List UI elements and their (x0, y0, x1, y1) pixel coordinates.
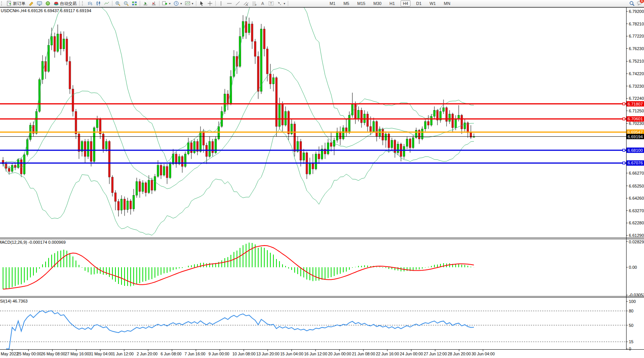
indicators-button[interactable]: ▾ (161, 0, 172, 7)
svg-text:-0.030537: -0.030537 (629, 293, 644, 297)
zoom-in-button[interactable] (114, 0, 122, 7)
timeframe-m5[interactable]: M5 (341, 0, 351, 6)
svg-text:0.00: 0.00 (629, 265, 637, 270)
text-tool[interactable]: A (259, 0, 267, 7)
svg-text:0.02829: 0.02829 (629, 240, 644, 244)
time-axis-label: 22 Jun 16:00 (376, 352, 399, 356)
price-tick-label: 6.71250 (629, 109, 644, 113)
price-tick-label: 6.72240 (629, 96, 644, 101)
svg-text:E: E (246, 4, 248, 6)
time-axis-label: 13 Jun 20:00 (256, 352, 279, 356)
timeframe-mn[interactable]: MN (442, 0, 453, 6)
crosshair-button[interactable] (206, 0, 214, 7)
trendline-tool[interactable] (234, 0, 242, 7)
time-axis-label: 31 May 04:00 (89, 352, 113, 356)
price-tick-label: 6.66270 (629, 171, 644, 175)
signal-icon (45, 1, 51, 6)
chart-canvas[interactable]: 6.718076.706016.695476.681006.670766.691… (0, 0, 644, 358)
arrows-tool[interactable]: ▾ (275, 0, 287, 7)
rsi-indicator-label: RSI(14) 46.7363 (0, 299, 28, 303)
styles-button[interactable] (27, 0, 35, 7)
svg-text:6.71807: 6.71807 (628, 102, 643, 106)
tile-windows-button[interactable] (130, 0, 139, 7)
chart-shift-icon (151, 1, 156, 6)
time-axis-label: 16 Jun 12:00 (304, 352, 327, 356)
time-axis-label: 24 Jun 00:00 (400, 352, 423, 356)
timeframe-m1[interactable]: M1 (327, 0, 338, 6)
cursor-arrow-icon (199, 1, 204, 6)
time-axis-label: 7 Jun 16:00 (185, 352, 205, 356)
notifications-button[interactable]: 1 (637, 0, 642, 6)
cursor-button[interactable] (197, 0, 206, 7)
timeframe-w1[interactable]: W1 (427, 0, 438, 6)
svg-text:6.70601: 6.70601 (628, 117, 643, 121)
time-axis-label: May 2022 (1, 352, 18, 356)
time-axis-label: 15 Jun 04:00 (280, 352, 303, 356)
chart-shift-button[interactable] (150, 0, 158, 7)
zoom-out-icon (123, 1, 129, 6)
time-axis-label: 10 Jun 08:00 (232, 352, 256, 356)
rsi-line (6, 311, 474, 349)
svg-text:6.69194: 6.69194 (628, 134, 643, 139)
time-axis-label: 20 Jun 00:00 (328, 352, 351, 356)
time-axis-label: 30 Jun 04:00 (472, 352, 495, 356)
templates-button[interactable]: ▾ (183, 0, 195, 7)
bar-chart-button[interactable] (86, 0, 94, 7)
timeframe-m30[interactable]: M30 (371, 0, 384, 6)
horizontal-line-tool[interactable] (225, 0, 234, 7)
timeframe-h4[interactable]: H4 (401, 0, 410, 6)
text-label-tool[interactable]: T (267, 0, 275, 7)
signals-button[interactable] (44, 0, 52, 7)
svg-text:6.67076: 6.67076 (628, 161, 643, 165)
time-axis-label: 28 Jun 20:00 (448, 352, 471, 356)
line-chart-button[interactable] (103, 0, 111, 7)
timeframe-m15[interactable]: M15 (355, 0, 368, 6)
time-axis-label: 27 May 16:00 (65, 352, 89, 356)
toolbar-grip (1, 1, 4, 6)
periods-button[interactable]: ▾ (172, 0, 183, 7)
zoom-out-button[interactable] (122, 0, 130, 7)
price-tick-label: 6.73230 (629, 84, 644, 88)
vertical-line-tool[interactable] (217, 0, 225, 7)
price-tick-label: 6.79200 (629, 9, 644, 14)
monitor-icon (37, 1, 42, 6)
time-axis-label: 2 Jun 20:00 (137, 352, 158, 356)
bollinger-band-line (3, 0, 474, 164)
svg-text:100: 100 (629, 299, 636, 304)
macd-histogram (3, 243, 474, 289)
svg-text:6.69547: 6.69547 (628, 130, 643, 134)
price-tick-label: 6.76230 (629, 46, 644, 51)
candles-layer (2, 15, 475, 216)
auto-scroll-icon (143, 1, 148, 6)
timeframe-h1[interactable]: H1 (387, 0, 397, 6)
svg-text:50: 50 (629, 323, 633, 328)
terminal-button[interactable] (35, 0, 44, 7)
timeframe-toolbar: M1M5M15M30H1H4D1W1MN (327, 0, 453, 6)
timeframe-d1[interactable]: D1 (414, 0, 424, 6)
price-tick-label: 6.74220 (629, 71, 644, 76)
price-tick-label: 6.65250 (629, 184, 644, 188)
new-order-icon (6, 1, 12, 6)
price-tick-label: 6.63270 (629, 208, 644, 213)
svg-text:80: 80 (629, 309, 633, 313)
crosshair-icon (207, 1, 213, 6)
candlestick-icon (96, 1, 101, 6)
new-order-button[interactable]: 新订单 (5, 0, 27, 7)
macd-indicator-label: MACD(12,26,9) -0.000174 0.000969 (0, 240, 66, 244)
svg-text:A: A (261, 1, 264, 6)
svg-text:0: 0 (629, 347, 631, 351)
time-axis-label: 9 Jun 00:00 (208, 352, 229, 356)
template-icon (185, 1, 190, 6)
price-tick-label: 6.75210 (629, 59, 644, 63)
candlestick-chart-button[interactable] (94, 0, 103, 7)
crayon-icon (28, 1, 34, 6)
autotrading-button[interactable]: 自动交易 (52, 0, 78, 7)
svg-text:15: 15 (629, 339, 633, 344)
fibonacci-tool[interactable]: F (250, 0, 259, 7)
search-icon[interactable] (629, 1, 635, 6)
price-tick-label: 6.78210 (629, 22, 644, 26)
time-axis-label: 6 Jun 08:00 (161, 352, 182, 356)
equidistant-channel-tool[interactable]: E (242, 0, 250, 7)
zoom-in-icon (115, 1, 120, 6)
auto-scroll-button[interactable] (141, 0, 150, 7)
